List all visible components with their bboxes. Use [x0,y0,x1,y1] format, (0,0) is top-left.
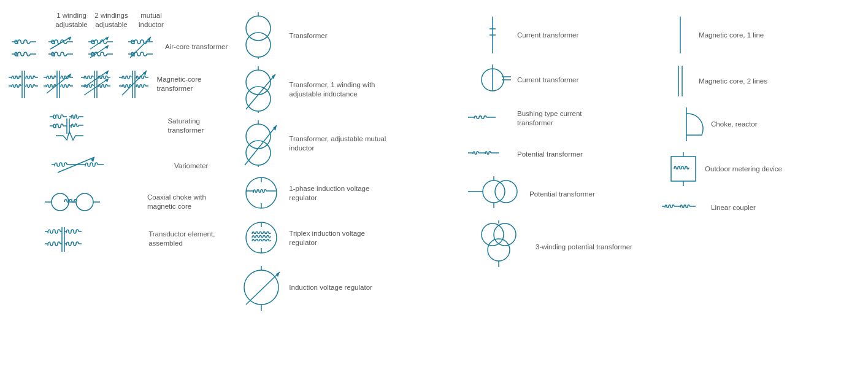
air-core-row: Air-core transformer [9,32,235,63]
magnetic-core2-svg [662,63,699,99]
potential-transformer2-label: Potential transformer [529,190,595,199]
potential-transformer-row: Potential transformer [468,139,657,169]
magnetic-core1-label: Magnetic core, 1 line [699,31,764,40]
air-core-1winding-svg [45,32,85,63]
magnetic-core1-row: Magnetic core, 1 line [662,14,857,56]
transductor-row: Transductor element, assembled [9,222,235,256]
transformer-1wind-svg [240,65,289,114]
saturating-svg [50,106,167,146]
induction-voltage-row: Induction voltage regulator [240,263,461,312]
svg-point-87 [246,16,271,41]
saturating-row: Saturating transformer [9,106,235,146]
transductor-label: Transductor element, assembled [148,230,235,248]
bushing-type-svg [468,103,517,134]
outdoor-metering-label: Outdoor metering device [705,165,782,174]
coaxial-choke-label: Coaxial choke with magnetic core [147,193,235,211]
air-core-2winding-svg [85,32,125,63]
winding-potential-svg [468,219,536,274]
transformer-adj-label: Transformer, adjustable mutual inductor [289,134,387,153]
header-row: 1 winding adjustable 2 windings adjustab… [9,11,235,29]
choke-reactor-label: Choke, reactor [711,120,757,129]
current-transformer2-label: Current transformer [517,76,578,85]
header-2windings: 2 windings adjustable [91,11,131,29]
triplex-row: Triplex induction voltage regulator [240,218,461,258]
svg-point-111 [244,270,278,305]
right-section: Current transformer Current transformer [463,6,862,371]
induction-voltage-svg [240,263,289,312]
phase-induction-svg [240,173,289,213]
svg-point-135 [488,239,510,261]
svg-point-134 [494,223,516,246]
right-col-b: Magnetic core, 1 line Magnetic core, 2 l… [659,11,859,282]
linear-coupler-row: Linear coupler [662,195,857,220]
svg-marker-55 [143,71,147,76]
svg-point-128 [483,181,505,203]
svg-marker-47 [105,71,109,75]
outdoor-metering-row: Outdoor metering device [662,149,857,189]
magnetic-core-row: Magnetic-core transformer [9,68,235,101]
svg-point-133 [482,223,504,246]
svg-marker-102 [273,125,277,131]
bushing-type-label: Bushing type current transformer [517,109,615,128]
svg-point-98 [246,141,271,165]
svg-line-112 [246,272,280,305]
choke-reactor-row: Choke, reactor [662,104,857,144]
coaxial-choke-row: Coaxial choke with magnetic core [9,187,235,217]
right-col-a: Current transformer Current transformer [466,11,659,282]
current-transformer2-svg [468,61,517,98]
transformer-adj-svg [240,119,289,168]
potential-transformer-label: Potential transformer [517,150,583,159]
variometer-label: Variometer [174,161,208,171]
mag-core-2wind-svg [81,68,119,101]
transformer-label: Transformer [289,31,327,41]
mag-core-1wind-svg [44,68,82,101]
transformer-row: Transformer [240,11,461,60]
outdoor-metering-svg [662,149,705,189]
magnetic-core-label: Magnetic-core transformer [157,75,236,93]
svg-point-129 [495,181,517,203]
air-core-basic-svg [9,32,45,63]
svg-line-54 [122,71,147,95]
potential-transformer2-row: Potential transformer [468,174,657,214]
current-transformer-svg [468,14,517,56]
svg-line-8 [50,37,71,49]
winding-potential-label: 3-winding potential transformer [536,243,632,252]
air-core-mutual-svg [125,32,165,63]
linear-coupler-label: Linear coupler [711,203,756,212]
magnetic-core2-label: Magnetic core, 2 lines [699,77,767,86]
svg-point-73 [76,193,93,211]
transformer-1wind-row: Transformer, 1 winding with adjustable i… [240,65,461,114]
potential-transformer-svg [468,139,517,169]
transductor-svg [45,222,148,256]
svg-point-92 [246,87,271,111]
choke-reactor-svg [662,104,711,144]
variometer-svg [52,151,174,182]
bushing-type-row: Bushing type current transformer [468,103,657,134]
potential-transformer2-svg [468,174,529,214]
phase-induction-row: 1-phase induction voltage regulator [240,173,461,213]
left-section: 1 winding adjustable 2 windings adjustab… [6,6,237,371]
svg-point-91 [246,70,271,95]
triplex-svg [240,218,289,258]
coaxial-choke-svg [45,187,147,217]
triplex-label: Triplex induction voltage regulator [289,229,387,247]
mid-section: Transformer Transformer, 1 winding with … [237,6,463,371]
air-core-label: Air-core transformer [165,42,228,52]
header-1winding: 1 winding adjustable [52,11,91,29]
phase-induction-label: 1-phase induction voltage regulator [289,184,387,203]
svg-line-70 [58,157,94,173]
magnetic-core2-row: Magnetic core, 2 lines [662,63,857,99]
svg-point-97 [246,124,271,149]
winding-potential-row: 3-winding potential transformer [468,219,657,274]
header-mutual: mutual inductor [131,11,171,29]
svg-marker-23 [147,37,151,42]
main-page: 1 winding adjustable 2 windings adjustab… [0,0,868,377]
induction-voltage-label: Induction voltage regulator [289,283,372,292]
current-transformer-row: Current transformer [468,14,657,56]
svg-marker-113 [276,272,280,277]
svg-point-88 [246,33,271,57]
current-transformer2-row: Current transformer [468,61,657,98]
variometer-row: Variometer [9,151,235,182]
current-transformer-label: Current transformer [517,31,578,40]
magnetic-core1-svg [662,14,699,56]
